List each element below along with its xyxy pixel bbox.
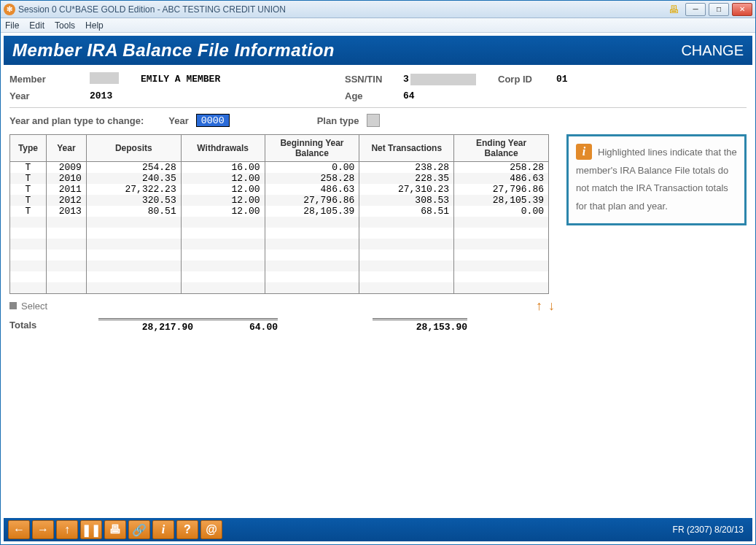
print-button[interactable]: 🖶 xyxy=(104,520,126,539)
menu-tools[interactable]: Tools xyxy=(55,20,75,31)
page-mode: CHANGE xyxy=(681,42,744,59)
select-row: Select ↑ ↓ xyxy=(9,298,555,314)
select-label[interactable]: Select xyxy=(21,301,47,312)
col-begin[interactable]: Beginning Year Balance xyxy=(265,135,359,162)
back-button[interactable]: ← xyxy=(8,520,30,539)
link-button[interactable]: 🔗 xyxy=(128,520,150,539)
menubar: File Edit Tools Help xyxy=(1,18,755,33)
table-row xyxy=(10,271,549,282)
col-year[interactable]: Year xyxy=(46,135,86,162)
info-button[interactable]: i xyxy=(152,520,174,539)
plan-type-label: Plan type xyxy=(317,115,359,126)
divider xyxy=(9,107,747,108)
close-button[interactable]: ✕ xyxy=(732,3,752,16)
totals-withdrawals: 64.00 xyxy=(193,318,278,333)
email-button[interactable]: @ xyxy=(200,520,222,539)
totals-net: 28,153.90 xyxy=(373,318,467,333)
totals-row: Totals 28,217.90 64.00 28,153.90 xyxy=(9,318,555,333)
member-label: Member xyxy=(9,74,90,85)
window-title: Session 0 CU*BASE GOLD Edition - ABC TES… xyxy=(18,4,286,15)
corp-label: Corp ID xyxy=(498,74,556,85)
table-row[interactable]: T2012320.5312.0027,796.86308.5328,105.39 xyxy=(10,195,549,206)
table-row[interactable]: T201127,322.2312.00486.6327,310.2327,796… xyxy=(10,184,549,195)
change-year-input[interactable] xyxy=(196,114,230,127)
year-label: Year xyxy=(9,90,90,101)
page-header: Member IRA Balance File Information CHAN… xyxy=(4,36,752,65)
table-row xyxy=(10,260,549,271)
table-row xyxy=(10,250,549,260)
balance-table-wrap: Type Year Deposits Withdrawals Beginning… xyxy=(9,134,555,333)
pause-button[interactable]: ❚❚ xyxy=(80,520,102,539)
help-button[interactable]: ? xyxy=(176,520,198,539)
member-id-mask xyxy=(90,72,119,84)
info-icon: i xyxy=(576,144,592,160)
footer-text: FR (2307) 8/20/13 xyxy=(673,525,748,535)
col-net[interactable]: Net Transactions xyxy=(359,135,454,162)
table-row xyxy=(10,282,549,293)
select-marker-icon xyxy=(9,302,17,309)
content-area: Member EMILY A MEMBER SSN/TIN 3 Corp ID … xyxy=(1,65,755,515)
table-row xyxy=(10,239,549,250)
ssn-label: SSN/TIN xyxy=(345,74,403,85)
menu-edit[interactable]: Edit xyxy=(29,20,44,31)
footer-bar: ← → ↑ ❚❚ 🖶 🔗 i ? @ FR (2307) 8/20/13 xyxy=(4,518,752,541)
table-row xyxy=(10,228,549,239)
forward-button[interactable]: → xyxy=(32,520,54,539)
change-row: Year and plan type to change: Year Plan … xyxy=(9,114,747,127)
table-row[interactable]: T201380.5112.0028,105.3968.510.00 xyxy=(10,206,549,217)
table-row xyxy=(10,217,549,228)
col-type[interactable]: Type xyxy=(10,135,47,162)
menu-file[interactable]: File xyxy=(5,20,19,31)
titlebar: ✻ Session 0 CU*BASE GOLD Edition - ABC T… xyxy=(1,1,755,18)
app-icon: ✻ xyxy=(4,4,15,15)
col-withdrawals[interactable]: Withdrawals xyxy=(181,135,265,162)
totals-label: Totals xyxy=(9,320,98,331)
maximize-button[interactable]: □ xyxy=(709,3,729,16)
app-window: ✻ Session 0 CU*BASE GOLD Edition - ABC T… xyxy=(0,0,756,545)
scroll-up-icon[interactable]: ↑ xyxy=(536,298,542,314)
table-row[interactable]: T2009254.2816.000.00238.28258.28 xyxy=(10,162,549,174)
change-label: Year and plan type to change: xyxy=(9,115,144,126)
info-text: Highlighted lines indicate that the memb… xyxy=(576,147,737,212)
info-panel: i Highlighted lines indicate that the me… xyxy=(566,134,747,225)
totals-deposits: 28,217.90 xyxy=(98,318,193,333)
age-label: Age xyxy=(345,90,403,101)
menu-help[interactable]: Help xyxy=(85,20,104,31)
ssn-prefix: 3 xyxy=(403,74,409,85)
plan-type-input[interactable] xyxy=(367,114,380,127)
member-info: Member EMILY A MEMBER SSN/TIN 3 Corp ID … xyxy=(9,72,747,101)
age-value: 64 xyxy=(403,90,498,101)
ssn-mask xyxy=(410,74,476,85)
member-name: EMILY A MEMBER xyxy=(141,74,345,85)
balance-table: Type Year Deposits Withdrawals Beginning… xyxy=(9,134,549,294)
change-year-label: Year xyxy=(168,115,188,126)
page-title: Member IRA Balance File Information xyxy=(12,40,335,61)
year-value: 2013 xyxy=(90,90,141,101)
col-end[interactable]: Ending Year Balance xyxy=(454,135,549,162)
scroll-down-icon[interactable]: ↓ xyxy=(548,298,555,314)
table-row[interactable]: T2010240.3512.00258.28228.35486.63 xyxy=(10,173,549,184)
printer-icon[interactable]: 🖶 xyxy=(665,3,682,16)
corp-id: 01 xyxy=(556,74,600,85)
minimize-button[interactable]: ─ xyxy=(685,3,706,16)
up-button[interactable]: ↑ xyxy=(56,520,78,539)
col-deposits[interactable]: Deposits xyxy=(86,135,181,162)
